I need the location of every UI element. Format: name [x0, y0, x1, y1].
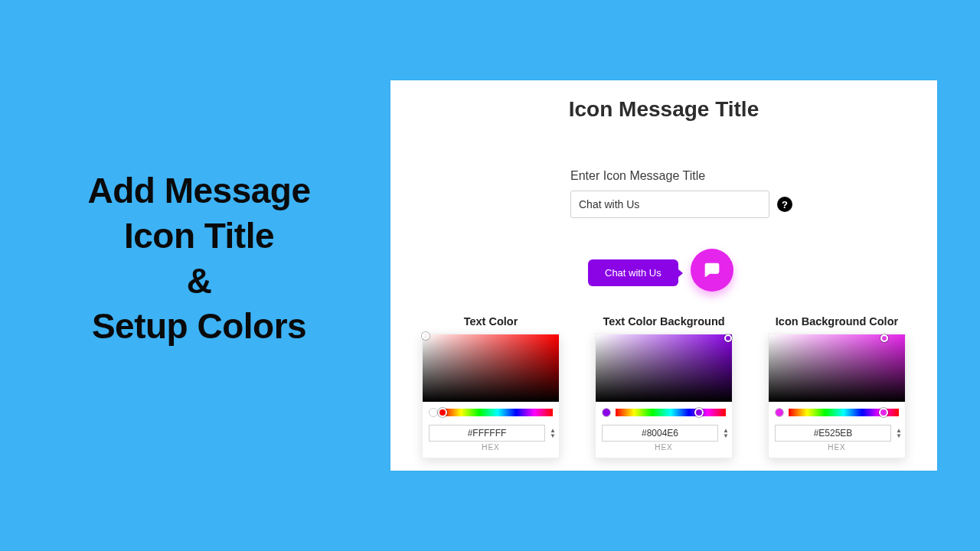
picker-title: Text Color — [422, 315, 560, 328]
picker-title: Text Color Background — [595, 315, 733, 328]
hue-cursor[interactable] — [879, 408, 888, 417]
picker-card: ▲ ▼ HEX — [422, 334, 560, 458]
chevron-down-icon[interactable]: ▼ — [550, 433, 556, 439]
color-pickers-row: Text Color ▲ ▼ HEX — [390, 315, 937, 458]
current-swatch — [775, 408, 784, 417]
chat-preview: Chat with Us — [588, 249, 741, 296]
panel-title: Icon Message Title — [390, 97, 937, 122]
current-swatch — [602, 408, 611, 417]
chevron-down-icon[interactable]: ▼ — [723, 433, 729, 439]
hue-cursor[interactable] — [694, 408, 704, 417]
picker-title: Icon Background Color — [768, 315, 906, 328]
hero-text: Add Message Icon Title & Setup Colors — [46, 168, 352, 349]
sv-cursor[interactable] — [422, 332, 430, 340]
hero-line-4: Setup Colors — [46, 304, 352, 349]
hero-line-2: Icon Title — [46, 214, 352, 259]
hue-slider[interactable] — [789, 409, 899, 416]
saturation-value-area[interactable] — [769, 334, 905, 402]
hex-input[interactable] — [602, 425, 718, 442]
format-stepper[interactable]: ▲ ▼ — [723, 428, 729, 439]
chat-pill: Chat with Us — [588, 259, 678, 286]
hue-slider[interactable] — [443, 409, 553, 416]
picker-card: ▲ ▼ HEX — [768, 334, 906, 458]
format-label: HEX — [596, 443, 732, 458]
hex-input[interactable] — [775, 425, 891, 442]
help-icon[interactable]: ? — [777, 197, 792, 212]
format-stepper[interactable]: ▲ ▼ — [550, 428, 556, 439]
hero-line-1: Add Message — [46, 168, 352, 214]
sv-cursor[interactable] — [724, 334, 732, 342]
sv-cursor[interactable] — [880, 334, 888, 342]
title-field-group: Enter Icon Message Title ? — [570, 169, 792, 218]
color-picker-2: Icon Background Color ▲ ▼ — [768, 315, 906, 458]
saturation-value-area[interactable] — [596, 334, 732, 402]
hero-line-3: & — [46, 259, 352, 304]
current-swatch — [429, 408, 438, 417]
format-stepper[interactable]: ▲ ▼ — [896, 428, 902, 439]
color-picker-1: Text Color Background ▲ ▼ — [595, 315, 733, 458]
title-field-label: Enter Icon Message Title — [570, 169, 792, 183]
picker-card: ▲ ▼ HEX — [595, 334, 733, 458]
title-input[interactable] — [570, 191, 769, 218]
hue-slider[interactable] — [616, 409, 726, 416]
chat-bubble-icon[interactable] — [691, 249, 733, 292]
hue-cursor[interactable] — [438, 408, 447, 417]
saturation-value-area[interactable] — [423, 334, 559, 402]
chevron-down-icon[interactable]: ▼ — [896, 433, 902, 439]
format-label: HEX — [769, 443, 905, 458]
format-label: HEX — [423, 443, 559, 458]
color-picker-0: Text Color ▲ ▼ HEX — [422, 315, 560, 458]
settings-panel: Icon Message Title Enter Icon Message Ti… — [390, 80, 937, 471]
hex-input[interactable] — [429, 425, 545, 442]
